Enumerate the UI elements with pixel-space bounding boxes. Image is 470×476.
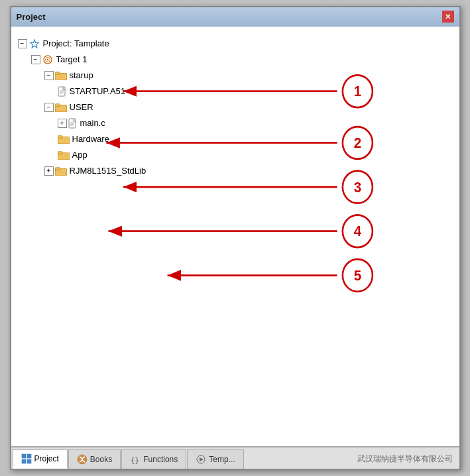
folder-hardware-icon (58, 135, 70, 144)
expand-root[interactable]: − (18, 39, 27, 48)
tab-temp-label: Temp... (209, 455, 235, 464)
content-area: − Project: Tamplate − Target 1 − (11, 27, 459, 446)
tab-temp[interactable]: Temp... (187, 449, 243, 469)
svg-rect-17 (58, 136, 62, 139)
svg-text:{}: {} (131, 456, 139, 465)
close-button[interactable]: ✕ (442, 11, 454, 23)
root-label: Project: Tamplate (43, 37, 109, 50)
svg-rect-5 (55, 72, 60, 75)
project-tab-icon (21, 453, 32, 464)
svg-point-3 (46, 59, 48, 61)
svg-point-33 (342, 215, 372, 247)
svg-marker-45 (200, 457, 204, 461)
project-tree: − Project: Tamplate − Target 1 − (18, 33, 453, 179)
tab-bar: Project Books {} Functions Temp... 武汉 (11, 446, 459, 469)
svg-rect-41 (27, 459, 31, 463)
svg-text:5: 5 (353, 267, 361, 284)
folder-starup-icon (55, 71, 67, 80)
app-label: App (72, 149, 88, 162)
tree-root[interactable]: − Project: Tamplate (18, 36, 453, 52)
tree-item-stdlib[interactable]: + RJM8L151S_StdLib (44, 163, 453, 179)
folder-user-icon (55, 103, 67, 112)
file-mainc-icon (68, 118, 78, 129)
tree-item-user[interactable]: − USER (44, 99, 453, 115)
watermark-text: 武汉瑞纳捷半导体有限公司 (357, 449, 458, 469)
project-window: Project ✕ − Project: Tamplate − (10, 6, 461, 470)
tree-item-app[interactable]: App (58, 147, 453, 163)
expand-mainc[interactable]: + (58, 119, 67, 128)
svg-rect-40 (22, 459, 26, 463)
tree-item-mainc[interactable]: + main.c (58, 115, 453, 131)
tab-project-label: Project (34, 454, 59, 463)
mainc-label: main.c (80, 117, 105, 130)
target-icon (42, 55, 54, 64)
tab-functions[interactable]: {} Functions (121, 449, 186, 469)
tab-functions-label: Functions (143, 455, 178, 464)
temp-tab-icon (196, 454, 206, 465)
expand-stdlib[interactable]: + (44, 166, 54, 176)
target1-label: Target 1 (56, 53, 88, 66)
svg-rect-19 (58, 152, 62, 154)
svg-point-36 (342, 259, 372, 292)
folder-app-icon (58, 150, 70, 160)
project-icon (29, 39, 40, 48)
svg-rect-21 (55, 168, 60, 170)
tab-books[interactable]: Books (68, 449, 121, 469)
svg-rect-38 (22, 454, 26, 458)
window-title: Project (17, 12, 46, 22)
svg-text:3: 3 (353, 179, 361, 196)
svg-text:4: 4 (353, 223, 361, 240)
tree-item-hardware[interactable]: Hardware (58, 131, 453, 147)
expand-user[interactable]: − (44, 103, 54, 112)
svg-rect-39 (27, 454, 31, 458)
svg-marker-0 (30, 40, 38, 48)
startup-file-label: STARTUP.A51 (70, 85, 126, 98)
tree-item-startup-file[interactable]: STARTUP.A51 (58, 84, 453, 99)
expand-starup[interactable]: − (44, 71, 54, 80)
functions-tab-icon: {} (130, 454, 141, 465)
books-tab-icon (77, 454, 88, 465)
user-label: USER (70, 101, 93, 114)
tab-project[interactable]: Project (13, 449, 68, 469)
folder-stdlib-icon (55, 166, 67, 176)
tab-books-label: Books (90, 455, 112, 464)
tree-item-starup[interactable]: − starup (44, 68, 453, 84)
tree-item-target1[interactable]: − Target 1 (31, 52, 453, 68)
file-startup-icon (58, 86, 67, 97)
stdlib-label: RJM8L151S_StdLib (70, 164, 147, 178)
hardware-label: Hardware (72, 133, 109, 146)
svg-rect-11 (55, 104, 60, 107)
title-bar: Project ✕ (11, 7, 459, 27)
starup-label: starup (70, 69, 93, 82)
expand-target1[interactable]: − (31, 55, 40, 64)
